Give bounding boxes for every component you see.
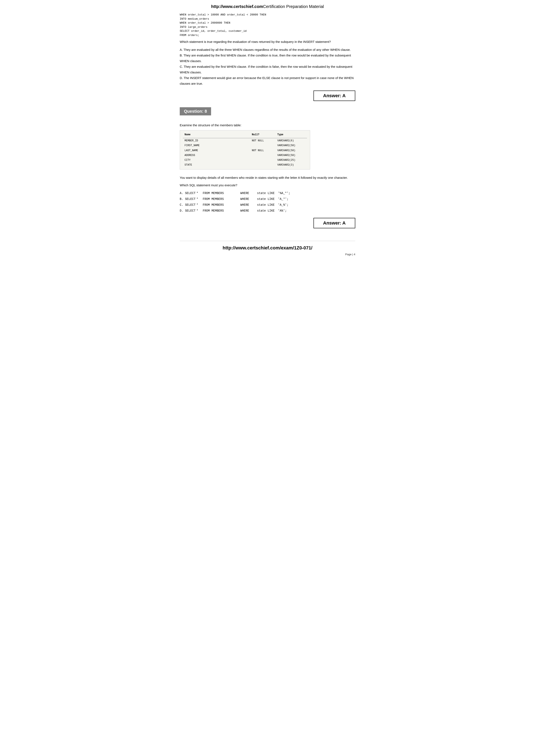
opt-where-1: WHERE [240, 196, 257, 202]
sql-option-0: A. SELECT * FROM MEMBERS WHERE state LIK… [180, 190, 355, 196]
col-null-header: Null? [250, 132, 275, 137]
q7-choice-c-text: They are evaluated by the first WHEN cla… [180, 65, 352, 74]
opt-star-2: * [196, 202, 203, 208]
table-row: CITY VARCHAR2(25) [183, 158, 307, 162]
member-null-5 [250, 163, 275, 167]
opt-star-1: * [196, 196, 203, 202]
q8-header: Question: 8 [180, 107, 211, 115]
opt-star-3: * [196, 208, 203, 214]
member-name-4: CITY [183, 158, 250, 162]
q7-choice-c: C. They are evaluated by the first WHEN … [180, 64, 355, 75]
q7-choice-d-text: The INSERT statement would give an error… [180, 76, 353, 85]
q7-answer-container: Answer: A [180, 91, 355, 101]
opt-letter-3: D. SELECT [180, 208, 196, 214]
page-header: http://www.certschief.comCertification P… [180, 4, 355, 9]
q7-choice-b-label: B. [180, 53, 183, 57]
member-type-3: VARCHAR2(50) [276, 153, 307, 158]
code-line-4: INTO large_orders [180, 25, 355, 29]
opt-state-3: state LIKE [257, 208, 278, 214]
member-name-0: MEMBER_ID [183, 139, 250, 143]
member-null-4 [250, 158, 275, 162]
opt-state-1: state LIKE [257, 196, 278, 202]
sql-option-3: D. SELECT * FROM MEMBERS WHERE state LIK… [180, 208, 355, 214]
q7-choice-a-label: A. [180, 48, 183, 51]
opt-from-0: FROM MEMBERS [203, 190, 240, 196]
opt-where-2: WHERE [240, 202, 257, 208]
q7-answer-box: Answer: A [314, 91, 355, 101]
table-row: LAST_NAME NOT NULL VARCHAR2(50) [183, 148, 307, 153]
member-name-1: FIRST_NAME [183, 143, 250, 148]
q7-choices: A. They are evaluated by all the three W… [180, 47, 355, 86]
table-separator-row [183, 137, 307, 138]
page-number: Page | 4 [180, 253, 355, 256]
q8-intro: Examine the structure of the members tab… [180, 123, 355, 128]
code-line-2: INTO medium_orders [180, 17, 355, 21]
q8-answer-box: Answer: A [314, 218, 355, 228]
member-null-3 [250, 153, 275, 158]
q8-header-container: Question: 8 [180, 107, 355, 119]
table-row: FIRST_NAME VARCHAR2(50) [183, 143, 307, 148]
code-line-6: FROM orders; [180, 33, 355, 38]
footer-url: http://www.certschief.com/exam/1Z0-071/ [180, 241, 355, 251]
opt-where-3: WHERE [240, 208, 257, 214]
q8-desc2: Which SQL statement must you execute? [180, 183, 355, 188]
opt-state-2: state LIKE [257, 202, 278, 208]
member-name-3: ADDRESS [183, 153, 250, 158]
q8-answer-container: Answer: A [180, 218, 355, 228]
member-type-4: VARCHAR2(25) [276, 158, 307, 162]
member-null-0: NOT NULL [250, 139, 275, 143]
member-null-2: NOT NULL [250, 148, 275, 153]
opt-value-3: 'A%'; [278, 208, 295, 214]
members-table: Name Null? Type MEMBER_ID NOT NULL VARCH… [183, 132, 307, 168]
opt-from-2: FROM MEMBERS [203, 202, 240, 208]
member-name-5: STATE [183, 163, 250, 167]
code-line-3: WHEN order_total > 2000000 THEN [180, 21, 355, 25]
opt-star-0: * [196, 190, 203, 196]
sql-options: A. SELECT * FROM MEMBERS WHERE state LIK… [180, 190, 355, 214]
member-type-2: VARCHAR2(50) [276, 148, 307, 153]
table-row: STATE VARCHAR2(3) [183, 163, 307, 167]
opt-state-0: state LIKE [257, 190, 278, 196]
table-row: ADDRESS VARCHAR2(50) [183, 153, 307, 158]
q7-question: Which statement is true regarding the ev… [180, 39, 355, 44]
q7-choice-a-text: They are evaluated by all the three WHEN… [183, 48, 351, 51]
opt-letter-0: A. SELECT [180, 190, 196, 196]
q7-choice-b-text: They are evaluated by the first WHEN cla… [180, 53, 351, 63]
header-url-rest: Certification Preparation Material [263, 4, 324, 9]
opt-letter-1: B. SELECT [180, 196, 196, 202]
member-type-5: VARCHAR2(3) [276, 163, 307, 167]
q7-choice-a: A. They are evaluated by all the three W… [180, 47, 355, 52]
opt-where-0: WHERE [240, 190, 257, 196]
code-block: WHEN order_total > 10000 AND order_total… [180, 13, 355, 37]
q7-choice-b: B. They are evaluated by the first WHEN … [180, 52, 355, 64]
col-type-header: Type [276, 132, 307, 137]
table-row: MEMBER_ID NOT NULL VARCHAR2(6) [183, 139, 307, 143]
opt-value-2: 'A_%'; [278, 202, 295, 208]
opt-from-3: FROM MEMBERS [203, 208, 240, 214]
col-name-header: Name [183, 132, 250, 137]
q7-choice-d: D. The INSERT statement would give an er… [180, 75, 355, 86]
q7-choice-c-label: C. [180, 65, 184, 68]
opt-value-1: 'A_*'; [278, 196, 295, 202]
opt-value-0: '%A_*'; [278, 190, 295, 196]
member-name-2: LAST_NAME [183, 148, 250, 153]
table-separator [183, 137, 307, 138]
opt-from-1: FROM MEMBERS [203, 196, 240, 202]
member-null-1 [250, 143, 275, 148]
member-type-1: VARCHAR2(50) [276, 143, 307, 148]
code-line-1: WHEN order_total > 10000 AND order_total… [180, 13, 355, 17]
member-type-0: VARCHAR2(6) [276, 139, 307, 143]
q8-desc1: You want to display details of all membe… [180, 175, 355, 180]
q7-choice-d-label: D. [180, 76, 184, 80]
table-header-row: Name Null? Type [183, 132, 307, 137]
members-table-structure: Name Null? Type MEMBER_ID NOT NULL VARCH… [180, 130, 310, 170]
header-url-bold: http://www.certschief.com [211, 4, 263, 9]
sql-option-2: C. SELECT * FROM MEMBERS WHERE state LIK… [180, 202, 355, 208]
sql-option-1: B. SELECT * FROM MEMBERS WHERE state LIK… [180, 196, 355, 202]
opt-letter-2: C. SELECT [180, 202, 196, 208]
code-line-5: SELECT order_id, order_total, customer_i… [180, 29, 355, 33]
